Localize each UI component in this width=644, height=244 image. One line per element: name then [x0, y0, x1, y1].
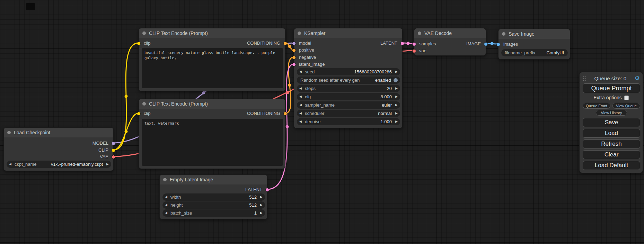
node-clip-text-encode-positive[interactable]: CLIP Text Encode (Prompt) clip CONDITION…: [139, 28, 285, 91]
node-title-bar[interactable]: KSampler: [294, 28, 402, 38]
batch-size-widget[interactable]: ◀ batch_size 1 ▶: [162, 209, 265, 217]
increment-arrow-icon[interactable]: ▶: [393, 85, 398, 92]
increment-arrow-icon[interactable]: ▶: [104, 161, 109, 168]
node-title: Save Image: [509, 31, 535, 37]
widget-value: 156680208700286: [316, 69, 392, 74]
width-widget[interactable]: ◀ width 512 ▶: [162, 193, 265, 201]
increment-arrow-icon[interactable]: ▶: [393, 110, 398, 117]
boolean-toggle-icon[interactable]: [394, 78, 398, 82]
output-slot-latent[interactable]: [265, 188, 269, 192]
queue-panel: Queue size: 0 ⚙ Queue Prompt Extra optio…: [579, 72, 643, 173]
node-title: VAE Decode: [424, 30, 452, 36]
load-default-button[interactable]: Load Default: [583, 161, 640, 170]
node-graph-canvas[interactable]: Load Checkpoint MODEL CLIP VAE ◀ ckpt_na…: [0, 0, 644, 244]
decrement-arrow-icon[interactable]: ◀: [299, 93, 304, 100]
widget-label: cfg: [305, 94, 311, 99]
decrement-arrow-icon[interactable]: ◀: [299, 85, 304, 92]
input-slot-images[interactable]: [496, 43, 500, 46]
output-slot-model[interactable]: [112, 142, 115, 145]
increment-arrow-icon[interactable]: ▶: [258, 193, 263, 201]
node-ksampler[interactable]: KSampler model positive negative latent_…: [294, 28, 403, 128]
collapse-toggle-icon[interactable]: [142, 31, 146, 35]
node-title-bar[interactable]: CLIP Text Encode (Prompt): [139, 28, 285, 38]
input-label-clip: clip: [144, 110, 151, 117]
queue-front-button[interactable]: Queue Front: [583, 103, 610, 109]
node-clip-text-encode-negative[interactable]: CLIP Text Encode (Prompt) clip CONDITION…: [139, 99, 285, 169]
steps-widget[interactable]: ◀ steps 20 ▶: [297, 85, 400, 92]
decrement-arrow-icon[interactable]: ◀: [165, 193, 169, 201]
scheduler-widget[interactable]: ◀ scheduler normal ▶: [297, 110, 400, 117]
output-label-latent: LATENT: [380, 40, 397, 47]
refresh-button[interactable]: Refresh: [583, 139, 640, 148]
node-empty-latent-image[interactable]: Empty Latent Image LATENT ◀ width 512 ▶ …: [159, 174, 267, 219]
random-seed-widget[interactable]: Random seed after every gen enabled: [297, 76, 400, 84]
decrement-arrow-icon[interactable]: ◀: [299, 110, 304, 117]
node-vae-decode[interactable]: VAE Decode samples vae IMAGE: [414, 28, 486, 56]
decrement-arrow-icon[interactable]: ◀: [299, 68, 304, 75]
node-title-bar[interactable]: CLIP Text Encode (Prompt): [139, 99, 285, 109]
output-slot-conditioning[interactable]: [283, 112, 287, 116]
input-slot-samples[interactable]: [412, 42, 416, 46]
seed-widget[interactable]: ◀ seed 156680208700286 ▶: [297, 68, 400, 75]
wire-midpoint-dot: [491, 42, 494, 45]
input-slot-clip[interactable]: [137, 42, 141, 45]
collapse-toggle-icon[interactable]: [7, 131, 11, 134]
increment-arrow-icon[interactable]: ▶: [258, 201, 263, 209]
node-title-bar[interactable]: Load Checkpoint: [4, 128, 113, 137]
decrement-arrow-icon[interactable]: ◀: [299, 118, 304, 125]
decrement-arrow-icon[interactable]: ◀: [165, 201, 169, 209]
queue-prompt-button[interactable]: Queue Prompt: [583, 83, 640, 93]
collapse-toggle-icon[interactable]: [298, 31, 301, 35]
clear-button[interactable]: Clear: [583, 150, 640, 159]
extra-options-checkbox[interactable]: [624, 96, 629, 100]
sampler-name-widget[interactable]: ◀ sampler_name euler ▶: [297, 101, 400, 109]
increment-arrow-icon[interactable]: ▶: [393, 68, 398, 75]
output-slot-image[interactable]: [484, 42, 488, 46]
output-slot-latent[interactable]: [400, 42, 404, 45]
settings-gear-icon[interactable]: ⚙: [635, 75, 640, 81]
input-slot-positive[interactable]: [292, 48, 296, 52]
load-button[interactable]: Load: [583, 129, 640, 138]
collapse-toggle-icon[interactable]: [418, 31, 421, 35]
node-title-bar[interactable]: VAE Decode: [414, 28, 486, 38]
wire-midpoint-dot: [407, 42, 410, 45]
input-slot-vae[interactable]: [412, 49, 416, 53]
output-slot-clip[interactable]: [112, 148, 115, 152]
node-title-bar[interactable]: Empty Latent Image: [160, 175, 267, 184]
output-slot-conditioning[interactable]: [283, 42, 287, 45]
node-load-checkpoint[interactable]: Load Checkpoint MODEL CLIP VAE ◀ ckpt_na…: [3, 127, 114, 171]
output-slot-vae[interactable]: [112, 155, 115, 159]
filename-prefix-widget[interactable]: filename_prefix ComfyUI: [501, 49, 568, 56]
drag-handle-icon[interactable]: [582, 75, 586, 81]
decrement-arrow-icon[interactable]: ◀: [165, 209, 169, 217]
node-title-bar[interactable]: Save Image: [499, 29, 570, 39]
input-slot-latent-image[interactable]: [292, 63, 296, 66]
widget-label: scheduler: [305, 111, 324, 116]
increment-arrow-icon[interactable]: ▶: [258, 209, 263, 217]
node-title: CLIP Text Encode (Prompt): [149, 30, 208, 36]
input-label-negative: negative: [299, 54, 316, 61]
decrement-arrow-icon[interactable]: ◀: [9, 161, 14, 168]
collapse-toggle-icon[interactable]: [502, 32, 505, 36]
queue-panel-header: Queue size: 0 ⚙: [582, 75, 640, 82]
widget-label: ckpt_name: [15, 162, 37, 167]
input-slot-model[interactable]: [292, 42, 296, 45]
increment-arrow-icon[interactable]: ▶: [393, 93, 398, 100]
decrement-arrow-icon[interactable]: ◀: [299, 101, 304, 109]
denoise-widget[interactable]: ◀ denoise 1.000 ▶: [297, 118, 400, 125]
input-slot-negative[interactable]: [292, 56, 296, 60]
negative-prompt-textarea[interactable]: text, watermark: [142, 119, 283, 166]
increment-arrow-icon[interactable]: ▶: [393, 118, 398, 125]
height-widget[interactable]: ◀ height 512 ▶: [162, 201, 265, 209]
ckpt-name-widget[interactable]: ◀ ckpt_name v1-5-pruned-emaonly.ckpt ▶: [7, 161, 111, 168]
collapse-toggle-icon[interactable]: [163, 178, 167, 181]
input-slot-clip[interactable]: [137, 112, 141, 116]
cfg-widget[interactable]: ◀ cfg 8.000 ▶: [297, 93, 400, 100]
collapse-toggle-icon[interactable]: [142, 102, 146, 106]
view-queue-button[interactable]: View Queue: [612, 103, 640, 109]
increment-arrow-icon[interactable]: ▶: [393, 101, 398, 109]
positive-prompt-textarea[interactable]: beautiful scenery nature glass bottle la…: [142, 48, 283, 88]
save-button[interactable]: Save: [583, 118, 640, 127]
view-history-button[interactable]: View History: [596, 110, 627, 116]
node-save-image[interactable]: Save Image images filename_prefix ComfyU…: [498, 29, 570, 60]
